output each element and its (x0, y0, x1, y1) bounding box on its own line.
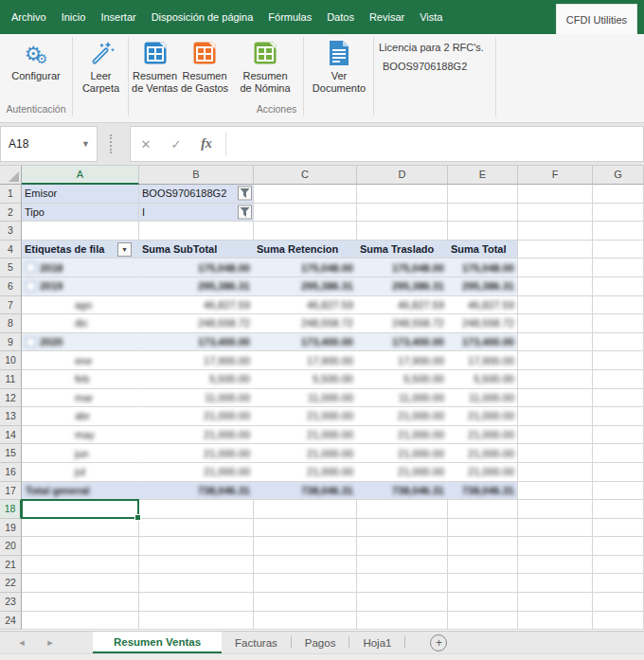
cell-b13[interactable]: 21,000.00 (139, 407, 254, 426)
cell-f16[interactable] (518, 463, 593, 482)
cell-f5[interactable] (518, 259, 593, 277)
cell-d19[interactable] (357, 519, 448, 538)
cell-g5[interactable] (593, 259, 644, 277)
cell-e18[interactable] (448, 500, 518, 519)
sheet-tab-resumen-ventas[interactable]: Resumen Ventas (93, 632, 222, 653)
cell-c10[interactable]: 17,900.00 (254, 351, 357, 370)
cell-d15[interactable]: 21,000.00 (357, 444, 448, 463)
cell-a15[interactable]: jun (22, 444, 139, 463)
row-header-11[interactable]: 11 (0, 370, 22, 389)
tab-revisar[interactable]: Revisar (362, 0, 412, 34)
column-header-b[interactable]: B (139, 166, 254, 185)
cell-c18[interactable] (254, 500, 357, 519)
cell-a18[interactable] (22, 500, 139, 519)
cell-g4[interactable] (593, 241, 644, 259)
cell-c14[interactable]: 21,000.00 (254, 426, 357, 445)
cell-b7[interactable]: 46,827.59 (139, 296, 254, 315)
cell-a7[interactable]: ago (22, 296, 139, 315)
cell-d12[interactable]: 11,000.00 (357, 389, 448, 408)
cell-a23[interactable] (22, 593, 139, 612)
cell-d18[interactable] (357, 500, 448, 519)
column-header-c[interactable]: C (254, 166, 357, 185)
cell-b9[interactable]: 173,400.00 (139, 333, 254, 352)
cell-a6[interactable]: 2019 (22, 277, 139, 296)
cell-d24[interactable] (357, 612, 448, 631)
cell-c12[interactable]: 11,000.00 (254, 389, 357, 408)
cell-g14[interactable] (593, 426, 644, 445)
cell-b16[interactable]: 21,000.00 (139, 463, 254, 482)
cell-c19[interactable] (254, 519, 357, 538)
row-header-1[interactable]: 1 (0, 185, 22, 204)
row-header-12[interactable]: 12 (0, 389, 22, 408)
cell-f3[interactable] (518, 222, 593, 241)
column-header-d[interactable]: D (357, 166, 448, 185)
cell-a20[interactable] (22, 537, 139, 556)
cell-e24[interactable] (448, 612, 518, 631)
cell-c1[interactable] (254, 185, 357, 204)
tab-formulas[interactable]: Fórmulas (260, 0, 319, 34)
cell-c7[interactable]: 46,827.59 (254, 296, 357, 315)
cell-c2[interactable] (254, 204, 357, 223)
row-header-8[interactable]: 8 (0, 314, 22, 333)
row-header-2[interactable]: 2 (0, 204, 22, 223)
cell-d17[interactable]: 738,046.31 (357, 482, 448, 501)
sheet-tab-facturas[interactable]: Facturas (222, 632, 291, 653)
row-header-18[interactable]: 18 (0, 500, 22, 519)
row-header-9[interactable]: 9 (0, 333, 22, 352)
cell-d6[interactable]: 295,386.31 (357, 277, 448, 296)
cell-f15[interactable] (518, 444, 593, 463)
cell-b2[interactable]: I (139, 204, 254, 223)
row-header-23[interactable]: 23 (0, 593, 22, 612)
resumen-gastos-button[interactable]: Resumen de Gastos (180, 38, 229, 95)
row-header-3[interactable]: 3 (0, 222, 22, 241)
cell-f9[interactable] (518, 333, 593, 352)
cell-f11[interactable] (518, 370, 593, 389)
cell-d5[interactable]: 175,048.00 (357, 259, 448, 277)
ver-documento-button[interactable]: Ver Documento (309, 38, 369, 95)
cell-c15[interactable]: 21,000.00 (254, 444, 357, 463)
cell-e22[interactable] (448, 574, 518, 593)
cell-e14[interactable]: 21,000.00 (448, 426, 518, 445)
insert-function-icon[interactable]: fx (191, 136, 222, 152)
cell-e1[interactable] (448, 185, 518, 204)
cell-a17[interactable]: Total general (22, 482, 139, 501)
cell-d3[interactable] (357, 222, 448, 241)
tab-insertar[interactable]: Insertar (93, 0, 143, 34)
cell-a11[interactable]: feb (22, 370, 139, 389)
expand-icon[interactable] (26, 262, 36, 273)
sheet-nav-right-icon[interactable]: ▸ (36, 632, 64, 653)
cell-a3[interactable] (22, 222, 139, 241)
cell-c11[interactable]: 5,500.00 (254, 370, 357, 389)
cell-a2[interactable]: Tipo (22, 204, 139, 223)
cell-d21[interactable] (357, 556, 448, 575)
cell-b23[interactable] (139, 593, 254, 612)
cell-g8[interactable] (593, 314, 644, 333)
cell-f21[interactable] (518, 556, 593, 575)
row-header-22[interactable]: 22 (0, 574, 22, 593)
row-header-17[interactable]: 17 (0, 482, 22, 501)
cell-g12[interactable] (593, 389, 644, 408)
funnel-icon[interactable] (238, 187, 252, 201)
cell-e21[interactable] (448, 556, 518, 575)
cell-g15[interactable] (593, 444, 644, 463)
cell-g21[interactable] (593, 556, 644, 575)
cell-c24[interactable] (254, 612, 357, 631)
cell-e11[interactable]: 5,500.00 (448, 370, 518, 389)
column-header-f[interactable]: F (518, 166, 593, 185)
cell-b10[interactable]: 17,900.00 (139, 351, 254, 370)
row-header-16[interactable]: 16 (0, 463, 22, 482)
row-header-10[interactable]: 10 (0, 351, 22, 370)
cell-b3[interactable] (139, 222, 254, 241)
cell-c5[interactable]: 175,048.00 (254, 259, 357, 277)
column-header-e[interactable]: E (448, 166, 518, 185)
cell-e20[interactable] (448, 537, 518, 556)
cell-e7[interactable]: 46,827.59 (448, 296, 518, 315)
cell-e12[interactable]: 11,000.00 (448, 389, 518, 408)
cell-b14[interactable]: 21,000.00 (139, 426, 254, 445)
row-header-5[interactable]: 5 (0, 259, 22, 277)
tab-datos[interactable]: Datos (319, 0, 362, 34)
cell-e16[interactable]: 21,000.00 (448, 463, 518, 482)
cell-f4[interactable] (518, 241, 593, 259)
cell-g6[interactable] (593, 277, 644, 296)
cell-a8[interactable]: dic (22, 314, 139, 333)
